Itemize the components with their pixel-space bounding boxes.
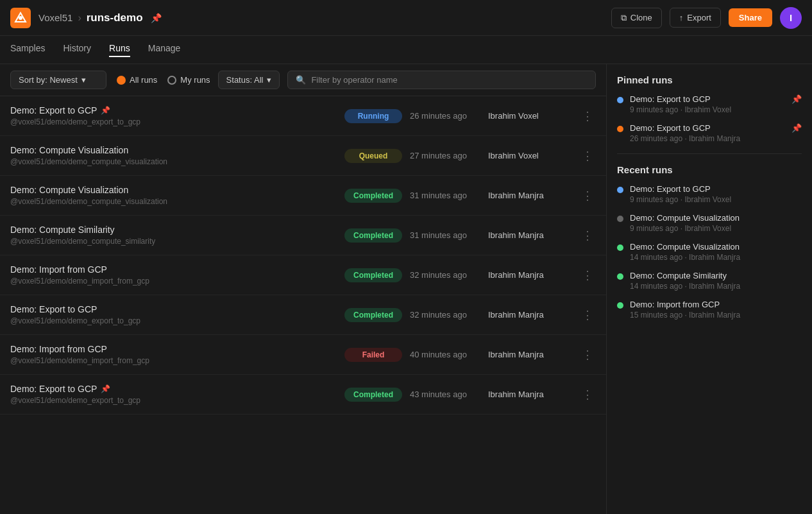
recent-run-item[interactable]: Demo: Import from GCP 15 minutes ago · I… xyxy=(617,300,802,320)
project-pin-icon[interactable]: 📌 xyxy=(151,13,162,23)
unpin-button[interactable]: 📌 xyxy=(791,123,802,133)
tab-runs[interactable]: Runs xyxy=(109,43,130,57)
run-path: @voxel51/demo/demo_import_from_gcp xyxy=(10,277,337,286)
run-pin-icon[interactable]: 📌 xyxy=(101,384,110,393)
status-select[interactable]: Status: All ▾ xyxy=(218,71,280,89)
recent-run-item[interactable]: Demo: Compute Visualization 14 minutes a… xyxy=(617,242,802,262)
search-box[interactable]: 🔍 Filter by operator name xyxy=(287,71,596,89)
recent-run-meta: 14 minutes ago · Ibrahim Manjra xyxy=(630,253,802,262)
more-options-button[interactable]: ⋮ xyxy=(579,307,596,323)
breadcrumb-project[interactable]: runs-demo xyxy=(87,12,143,24)
run-user: Ibrahim Manjra xyxy=(488,350,571,359)
status-badge: Completed xyxy=(344,228,402,243)
table-row[interactable]: Demo: Import from GCP @voxel51/demo/demo… xyxy=(0,255,606,295)
pinned-run-meta: 9 minutes ago · Ibrahim Voxel xyxy=(630,105,785,114)
more-options-button[interactable]: ⋮ xyxy=(579,267,596,284)
run-info: Demo: Export to GCP 📌 @voxel51/demo/demo… xyxy=(10,384,337,405)
my-runs-option[interactable]: My runs xyxy=(167,75,210,85)
run-time: 32 minutes ago xyxy=(410,270,480,280)
table-row[interactable]: Demo: Export to GCP 📌 @voxel51/demo/demo… xyxy=(0,96,606,136)
run-name: Demo: Compute Similarity xyxy=(10,225,115,235)
run-name: Demo: Compute Visualization xyxy=(10,185,128,195)
run-path: @voxel51/demo/demo_compute_visualization xyxy=(10,197,337,206)
run-info: Demo: Compute Visualization @voxel51/dem… xyxy=(10,145,337,166)
run-title: Demo: Compute Similarity xyxy=(10,225,337,235)
tab-samples[interactable]: Samples xyxy=(10,43,45,57)
more-options-button[interactable]: ⋮ xyxy=(579,108,596,124)
more-options-button[interactable]: ⋮ xyxy=(579,227,596,244)
status-badge: Completed xyxy=(344,189,402,203)
export-icon: ↑ xyxy=(679,13,684,22)
run-dot xyxy=(617,244,623,251)
pinned-run-item[interactable]: Demo: Export to GCP 26 minutes ago · Ibr… xyxy=(617,123,802,143)
table-row[interactable]: Demo: Compute Visualization @voxel51/dem… xyxy=(0,176,606,216)
run-title: Demo: Compute Visualization xyxy=(10,185,337,195)
run-title: Demo: Export to GCP xyxy=(10,304,337,314)
recent-run-meta: 9 minutes ago · Ibrahim Voxel xyxy=(630,224,802,233)
run-time: 43 minutes ago xyxy=(410,390,480,399)
more-options-button[interactable]: ⋮ xyxy=(579,187,596,204)
recent-run-text: Demo: Compute Visualization 9 minutes ag… xyxy=(630,213,802,233)
clone-button[interactable]: ⧉ Clone xyxy=(611,8,662,28)
run-path: @voxel51/demo/demo_compute_similarity xyxy=(10,237,337,246)
my-runs-radio[interactable] xyxy=(167,76,176,85)
runs-list: Demo: Export to GCP 📌 @voxel51/demo/demo… xyxy=(0,96,606,514)
recent-run-item[interactable]: Demo: Compute Visualization 9 minutes ag… xyxy=(617,213,802,233)
recent-run-text: Demo: Export to GCP 9 minutes ago · Ibra… xyxy=(630,184,802,204)
recent-run-name: Demo: Compute Visualization xyxy=(630,242,802,252)
table-row[interactable]: Demo: Compute Similarity @voxel51/demo/d… xyxy=(0,216,606,255)
run-path: @voxel51/demo/demo_export_to_gcp xyxy=(10,316,337,325)
recent-run-name: Demo: Import from GCP xyxy=(630,300,802,309)
more-options-button[interactable]: ⋮ xyxy=(579,347,596,363)
run-path: @voxel51/demo/demo_export_to_gcp xyxy=(10,117,337,126)
run-time: 31 minutes ago xyxy=(410,191,480,200)
breadcrumb-org[interactable]: Voxel51 xyxy=(38,12,72,23)
run-time: 27 minutes ago xyxy=(410,151,480,160)
recent-run-text: Demo: Import from GCP 15 minutes ago · I… xyxy=(630,300,802,320)
nav-tabs: Samples History Runs Manage xyxy=(0,36,812,64)
run-title: Demo: Import from GCP xyxy=(10,344,337,354)
table-row[interactable]: Demo: Export to GCP 📌 @voxel51/demo/demo… xyxy=(0,375,606,415)
run-name: Demo: Export to GCP xyxy=(10,105,97,116)
recent-run-item[interactable]: Demo: Compute Similarity 14 minutes ago … xyxy=(617,271,802,291)
run-info: Demo: Compute Visualization @voxel51/dem… xyxy=(10,185,337,206)
breadcrumb-separator: › xyxy=(78,12,81,24)
tab-history[interactable]: History xyxy=(63,43,91,57)
run-title: Demo: Compute Visualization xyxy=(10,145,337,155)
all-runs-radio[interactable] xyxy=(117,76,126,85)
run-info: Demo: Import from GCP @voxel51/demo/demo… xyxy=(10,264,337,286)
more-options-button[interactable]: ⋮ xyxy=(579,148,596,164)
run-time: 32 minutes ago xyxy=(410,310,480,320)
all-runs-option[interactable]: All runs xyxy=(117,75,157,85)
run-name: Demo: Export to GCP xyxy=(10,304,97,314)
run-time: 40 minutes ago xyxy=(410,350,480,359)
status-badge: Completed xyxy=(344,308,402,322)
table-row[interactable]: Demo: Export to GCP @voxel51/demo/demo_e… xyxy=(0,295,606,335)
run-dot xyxy=(617,216,623,222)
export-button[interactable]: ↑ Export xyxy=(670,8,721,28)
run-time: 26 minutes ago xyxy=(410,111,480,121)
more-options-button[interactable]: ⋮ xyxy=(579,386,596,403)
run-pin-icon[interactable]: 📌 xyxy=(101,106,110,115)
left-panel: Sort by: Newest ▾ All runs My runs Statu… xyxy=(0,64,607,514)
tab-manage[interactable]: Manage xyxy=(148,43,181,57)
sort-select[interactable]: Sort by: Newest ▾ xyxy=(10,71,106,89)
run-dot xyxy=(617,273,623,280)
pinned-run-item[interactable]: Demo: Export to GCP 9 minutes ago · Ibra… xyxy=(617,94,802,114)
sort-label: Sort by: Newest xyxy=(19,75,78,85)
logo xyxy=(10,8,31,28)
run-filter-group: All runs My runs xyxy=(117,75,210,85)
unpin-button[interactable]: 📌 xyxy=(791,94,802,104)
table-row[interactable]: Demo: Import from GCP @voxel51/demo/demo… xyxy=(0,335,606,375)
svg-point-1 xyxy=(19,16,22,20)
export-label: Export xyxy=(687,13,711,22)
share-button[interactable]: Share xyxy=(729,8,772,27)
status-badge: Completed xyxy=(344,388,402,402)
avatar[interactable]: I xyxy=(780,7,802,29)
pinned-run-text: Demo: Export to GCP 9 minutes ago · Ibra… xyxy=(630,94,785,114)
breadcrumb: Voxel51 › runs-demo 📌 xyxy=(38,12,611,24)
run-name: Demo: Export to GCP xyxy=(10,384,97,394)
my-runs-label: My runs xyxy=(180,75,210,85)
table-row[interactable]: Demo: Compute Visualization @voxel51/dem… xyxy=(0,136,606,176)
recent-run-item[interactable]: Demo: Export to GCP 9 minutes ago · Ibra… xyxy=(617,184,802,204)
